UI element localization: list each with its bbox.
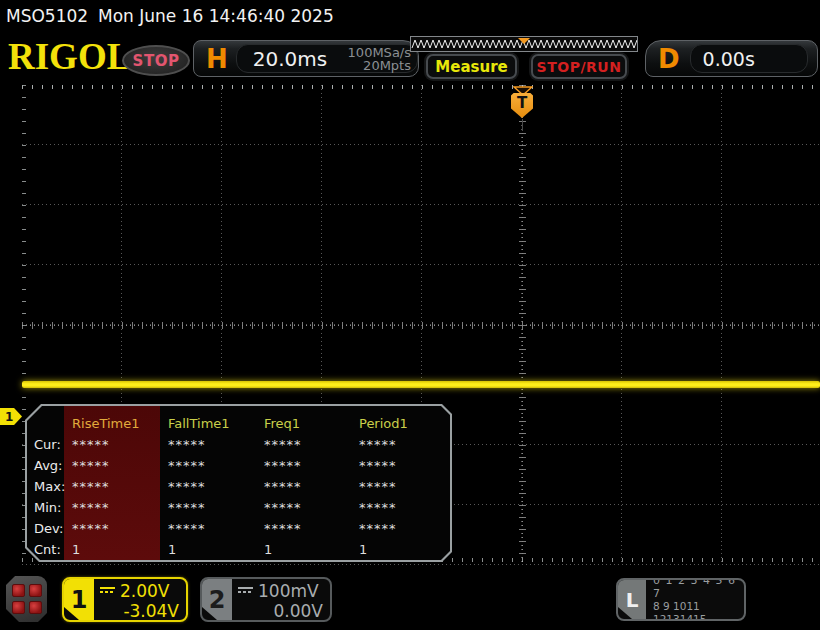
measure-value: ***** bbox=[353, 518, 448, 539]
measure-row-label: Min: bbox=[29, 497, 66, 518]
measure-row-label: Avg: bbox=[29, 455, 66, 476]
measure-value: ***** bbox=[353, 455, 448, 476]
measurement-panel: RiseTime1 FallTime1 Freq1 Period1 Cur: *… bbox=[25, 404, 452, 562]
horizontal-settings-block[interactable]: H 20.0ms 100MSa/s 20Mpts bbox=[193, 40, 419, 77]
measure-value: ***** bbox=[258, 518, 353, 539]
model-name: MSO5102 bbox=[6, 6, 88, 26]
measure-value: ***** bbox=[258, 455, 353, 476]
channel2-scale: 100mV bbox=[258, 581, 319, 601]
measure-row-label: Cnt: bbox=[29, 539, 66, 560]
measure-value: ***** bbox=[162, 455, 258, 476]
oscilloscope-screen: MSO5102 Mon June 16 14:46:40 2025 RIGOL … bbox=[0, 0, 820, 630]
channel2-offset: 0.00V bbox=[238, 601, 323, 621]
stop-run-button[interactable]: STOP/RUN bbox=[531, 54, 627, 79]
waveform-preview-strip[interactable] bbox=[410, 36, 638, 52]
delay-label: D bbox=[658, 44, 680, 74]
measure-value: ***** bbox=[353, 434, 448, 455]
measure-row-label: Cur: bbox=[29, 434, 66, 455]
center-horizontal-axis bbox=[22, 322, 820, 329]
delay-value: 0.00s bbox=[703, 48, 755, 70]
measure-value: ***** bbox=[66, 497, 162, 518]
measure-value: ***** bbox=[258, 476, 353, 497]
delay-display: 0.00s bbox=[690, 44, 808, 73]
menu-tile-button[interactable] bbox=[6, 576, 47, 622]
top-info-bar: MSO5102 Mon June 16 14:46:40 2025 bbox=[0, 0, 820, 32]
channel1-scale: 2.00V bbox=[120, 581, 169, 601]
measure-value: ***** bbox=[66, 518, 162, 539]
acquisition-info: 100MSa/s 20Mpts bbox=[348, 46, 411, 72]
logic-channels-0-7: 0 1 2 3 4 5 6 7 bbox=[653, 578, 744, 600]
system-datetime: Mon June 16 14:46:40 2025 bbox=[98, 6, 334, 26]
memory-depth: 20Mpts bbox=[363, 58, 411, 73]
measure-button[interactable]: Measure bbox=[426, 54, 517, 79]
measure-row-label: Max: bbox=[29, 476, 66, 497]
measurement-panel-body: RiseTime1 FallTime1 Freq1 Period1 Cur: *… bbox=[27, 406, 450, 560]
channel1-offset: -3.04V bbox=[100, 601, 179, 621]
logic-analyzer-tab[interactable]: L bbox=[618, 580, 646, 619]
trigger-marker-stem bbox=[522, 119, 523, 131]
timebase-display: 20.0ms 100MSa/s 20Mpts bbox=[236, 44, 418, 73]
trigger-marker-icon[interactable]: T bbox=[511, 93, 533, 118]
channel2-info: 100mV 0.00V bbox=[232, 579, 330, 620]
menu-grid-icon bbox=[12, 584, 42, 614]
channel-status-bar: 1 2.00V -3.04V 2 100mV 0.00V L bbox=[0, 570, 820, 630]
measure-value: ***** bbox=[258, 497, 353, 518]
measure-value: 1 bbox=[162, 539, 258, 560]
channel1-info: 2.00V -3.04V bbox=[94, 579, 186, 620]
channel1-tab[interactable]: 1 bbox=[64, 579, 94, 620]
measure-value: ***** bbox=[162, 518, 258, 539]
dc-coupling-icon bbox=[238, 587, 253, 596]
measure-corner-cell bbox=[29, 413, 66, 434]
measure-value: ***** bbox=[258, 434, 353, 455]
measure-value: ***** bbox=[162, 476, 258, 497]
acquisition-status-badge: STOP bbox=[122, 45, 190, 76]
measure-value: ***** bbox=[162, 434, 258, 455]
measure-value: ***** bbox=[66, 476, 162, 497]
measure-col-risetime1[interactable]: RiseTime1 bbox=[66, 413, 162, 434]
measure-value: ***** bbox=[66, 455, 162, 476]
measurement-table: RiseTime1 FallTime1 Freq1 Period1 Cur: *… bbox=[29, 408, 448, 558]
measure-value: 1 bbox=[258, 539, 353, 560]
measure-col-period1[interactable]: Period1 bbox=[353, 413, 448, 434]
measure-value: ***** bbox=[353, 497, 448, 518]
measure-col-freq1[interactable]: Freq1 bbox=[258, 413, 353, 434]
measure-value: 1 bbox=[66, 539, 162, 560]
rigol-logo: RIGOL bbox=[8, 38, 131, 75]
channel1-position-marker[interactable]: 1 bbox=[0, 408, 22, 425]
measure-col-falltime1[interactable]: FallTime1 bbox=[162, 413, 258, 434]
measure-value: ***** bbox=[353, 476, 448, 497]
channel1-status-block[interactable]: 1 2.00V -3.04V bbox=[62, 577, 188, 622]
logic-channel-numbers: 0 1 2 3 4 5 6 7 8 9 1011 12131415 bbox=[646, 580, 744, 619]
measure-value: ***** bbox=[162, 497, 258, 518]
measure-row-label: Dev: bbox=[29, 518, 66, 539]
horizontal-label: H bbox=[206, 44, 228, 74]
timebase-value: 20.0ms bbox=[253, 47, 327, 71]
logic-channels-8-15: 8 9 1011 12131415 bbox=[653, 600, 744, 622]
measure-value: 1 bbox=[353, 539, 448, 560]
top-edge-ticks bbox=[22, 85, 820, 89]
measure-value: ***** bbox=[66, 434, 162, 455]
dc-coupling-icon bbox=[100, 587, 115, 596]
logic-analyzer-status-block[interactable]: L 0 1 2 3 4 5 6 7 8 9 1011 12131415 bbox=[616, 578, 746, 621]
channel1-trace bbox=[22, 381, 820, 388]
trigger-delay-block[interactable]: D 0.00s bbox=[645, 40, 818, 77]
channel2-status-block[interactable]: 2 100mV 0.00V bbox=[200, 577, 332, 622]
channel2-tab[interactable]: 2 bbox=[202, 579, 232, 620]
